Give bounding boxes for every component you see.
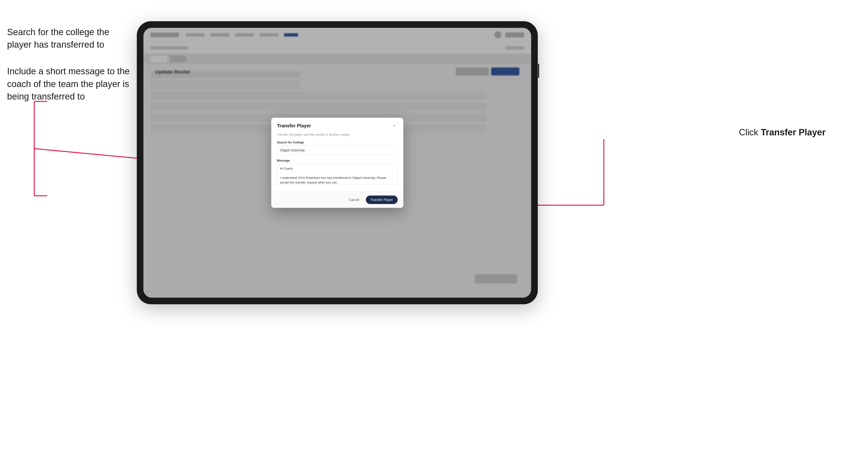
message-textarea[interactable] xyxy=(277,164,398,185)
message-label: Message xyxy=(277,159,398,162)
transfer-player-modal: Transfer Player × Transfer the player an… xyxy=(271,118,403,208)
modal-body: Transfer the player and their profile to… xyxy=(271,133,403,191)
cancel-button[interactable]: Cancel xyxy=(345,195,363,204)
search-college-label: Search for College xyxy=(277,141,398,144)
modal-header: Transfer Player × xyxy=(271,118,403,133)
tablet-screen: Update Roster Transfer Player × Transfer… xyxy=(144,28,531,298)
annotation-left: Search for the college the player has tr… xyxy=(7,26,132,117)
modal-subtitle: Transfer the player and their profile to… xyxy=(277,133,398,136)
tablet-device: Update Roster Transfer Player × Transfer… xyxy=(137,21,538,304)
modal-close-button[interactable]: × xyxy=(391,122,398,129)
search-college-input[interactable] xyxy=(277,146,398,155)
transfer-player-button[interactable]: Transfer Player xyxy=(366,195,398,204)
annotation-search-text: Search for the college the player has tr… xyxy=(7,26,132,51)
modal-footer: Cancel Transfer Player xyxy=(271,191,403,208)
annotation-message-text: Include a short message to the coach of … xyxy=(7,65,132,103)
tablet-side-button xyxy=(538,64,539,78)
annotation-click-text: Click xyxy=(739,127,761,137)
modal-title: Transfer Player xyxy=(277,123,311,129)
annotation-right: Click Transfer Player xyxy=(739,127,826,137)
annotation-transfer-bold: Transfer Player xyxy=(761,127,826,137)
modal-overlay: Transfer Player × Transfer the player an… xyxy=(144,28,531,298)
